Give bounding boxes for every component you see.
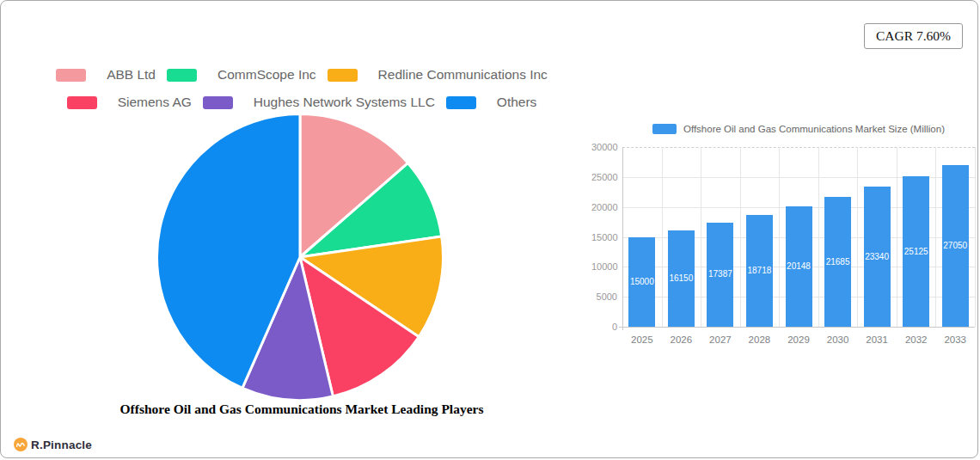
pie-chart-title: Offshore Oil and Gas Communications Mark…	[1, 402, 603, 417]
y-axis-label: 20000	[591, 202, 617, 212]
bar-value-label: 20148	[784, 261, 814, 272]
y-axis-line	[622, 147, 623, 330]
y-axis-label: 0	[591, 322, 617, 332]
legend-item-redline-communications-inc[interactable]: Redline Communications Inc	[328, 67, 548, 83]
legend-label: Hughes Network Systems LLC	[254, 95, 435, 110]
pie-chart-section: ABB LtdCommScope IncRedline Communicatio…	[1, 1, 603, 458]
x-axis-label: 2027	[701, 334, 740, 345]
legend-swatch	[328, 69, 358, 82]
brand-logo: R.Pinnacle	[14, 438, 92, 451]
legend-item-siemens-ag[interactable]: Siemens AG	[67, 95, 192, 110]
pie-legend-row: ABB LtdCommScope IncRedline Communicatio…	[1, 67, 603, 83]
y-axis-label: 15000	[591, 232, 617, 242]
gridline	[740, 147, 741, 327]
bar-value-label: 17387	[705, 269, 735, 279]
pie-legend-row: Siemens AGHughes Network Systems LLCOthe…	[1, 95, 603, 110]
brand-icon	[14, 438, 28, 451]
legend-label: Siemens AG	[118, 95, 192, 110]
legend-item-commscope-inc[interactable]: CommScope Inc	[167, 67, 316, 83]
cagr-label: CAGR 7.60%	[876, 28, 951, 43]
legend-swatch	[67, 96, 97, 109]
bar-chart-legend-item[interactable]: Offshore Oil and Gas Communications Mark…	[622, 123, 975, 135]
bar-value-label: 18718	[744, 266, 775, 276]
x-axis-label: 2031	[857, 334, 897, 345]
legend-swatch	[56, 69, 86, 82]
pie-legend: ABB LtdCommScope IncRedline Communicatio…	[1, 67, 603, 110]
report-card: CAGR 7.60% ABB LtdCommScope IncRedline C…	[0, 0, 978, 458]
legend-label: ABB Ltd	[107, 67, 156, 83]
legend-item-hughes-network-systems-llc[interactable]: Hughes Network Systems LLC	[203, 95, 435, 110]
legend-label: Others	[497, 95, 537, 110]
x-axis-label: 2028	[739, 334, 779, 345]
bar-value-label: 25125	[901, 247, 931, 257]
y-axis-label: 5000	[591, 291, 617, 302]
legend-item-abb-ltd[interactable]: ABB Ltd	[56, 67, 156, 83]
bar-value-label: 27050	[940, 241, 971, 251]
gridline	[897, 147, 897, 327]
bar-legend-label: Offshore Oil and Gas Communications Mark…	[683, 124, 945, 134]
gridline	[818, 147, 819, 327]
y-axis-label: 30000	[591, 142, 617, 152]
bar-chart: Offshore Oil and Gas Communications Mark…	[594, 121, 978, 362]
legend-swatch	[203, 96, 233, 109]
bar-legend-swatch	[652, 124, 677, 134]
y-axis-label: 10000	[591, 261, 617, 272]
gridline	[622, 147, 975, 148]
bar-value-label: 23340	[862, 252, 892, 262]
pie-chart	[154, 111, 446, 403]
gridline	[935, 147, 936, 327]
legend-label: CommScope Inc	[217, 67, 316, 83]
gridline	[857, 147, 858, 327]
x-axis-label: 2025	[622, 334, 662, 345]
legend-label: Redline Communications Inc	[378, 67, 548, 83]
bar-value-label: 16150	[666, 273, 696, 284]
x-axis-label: 2033	[935, 334, 975, 345]
gridline	[662, 147, 663, 327]
x-axis-line	[619, 327, 975, 328]
legend-item-others[interactable]: Others	[446, 95, 537, 110]
brand-name: R.Pinnacle	[31, 439, 92, 451]
gridline	[975, 147, 976, 327]
cagr-badge: CAGR 7.60%	[864, 23, 963, 49]
bar-value-label: 21685	[823, 257, 853, 267]
x-axis-label: 2032	[897, 334, 936, 345]
legend-swatch	[167, 69, 197, 82]
x-axis-label: 2030	[818, 334, 858, 345]
gridline	[779, 147, 780, 327]
y-axis-label: 25000	[591, 172, 617, 182]
x-axis-label: 2026	[661, 334, 701, 345]
gridline	[701, 147, 701, 327]
x-axis-label: 2029	[779, 334, 818, 345]
legend-swatch	[446, 96, 476, 109]
bar-value-label: 15000	[627, 277, 657, 287]
